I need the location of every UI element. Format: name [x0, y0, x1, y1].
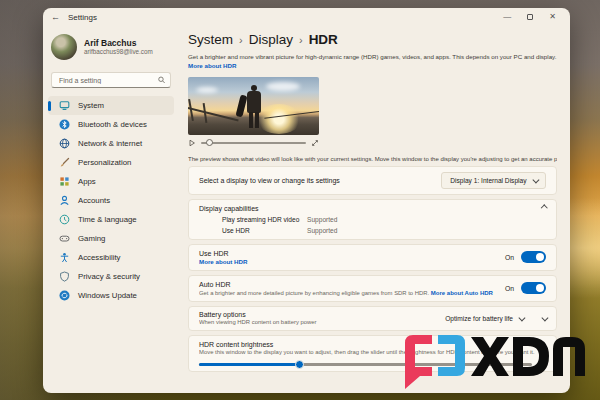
capability-label: Play streaming HDR video — [222, 216, 307, 223]
sidebar: Arif Bacchus arifbacchus98@live.com Syst… — [43, 26, 179, 393]
gamepad-icon — [59, 233, 70, 244]
xda-logo-blue-bracket — [438, 335, 465, 376]
preview-caption: The preview shows what video will look l… — [188, 156, 557, 162]
auto-hdr-state: On — [505, 285, 514, 292]
brush-icon — [59, 157, 70, 168]
user-name: Arif Bacchus — [84, 38, 153, 48]
sidebar-item-label: Bluetooth & devices — [78, 120, 147, 129]
select-display-label: Select a display to view or change its s… — [199, 177, 441, 184]
use-hdr-row: Use HDR More about HDR On — [188, 244, 557, 272]
active-indicator — [48, 101, 51, 111]
display-select-value: Display 1: Internal Display — [450, 177, 526, 184]
accessibility-icon — [59, 252, 70, 263]
video-controls — [188, 137, 319, 150]
play-icon[interactable] — [188, 139, 196, 147]
sidebar-item-windows-update[interactable]: Windows Update — [48, 286, 174, 305]
slider-handle[interactable] — [295, 360, 304, 369]
avatar — [51, 34, 77, 60]
xda-logo: XDA — [401, 331, 593, 393]
sun-glow — [256, 104, 302, 134]
hdr-preview-video[interactable] — [188, 77, 319, 135]
sidebar-item-system[interactable]: System — [48, 96, 174, 115]
breadcrumb-display[interactable]: Display — [249, 32, 293, 47]
bluetooth-icon — [59, 119, 70, 130]
auto-hdr-title: Auto HDR — [199, 281, 505, 288]
close-icon[interactable]: ✕ — [549, 13, 556, 21]
railing — [188, 107, 239, 121]
globe-icon — [59, 138, 70, 149]
search-input[interactable] — [57, 76, 158, 85]
sidebar-item-label: Network & internet — [78, 139, 142, 148]
auto-hdr-toggle[interactable] — [521, 282, 546, 294]
breadcrumb: System › Display › HDR — [188, 32, 557, 47]
page-title: HDR — [309, 32, 338, 47]
sidebar-item-gaming[interactable]: Gaming — [48, 229, 174, 248]
sidebar-item-bluetooth[interactable]: Bluetooth & devices — [48, 115, 174, 134]
maximize-icon[interactable] — [527, 14, 533, 20]
sidebar-item-accessibility[interactable]: Accessibility — [48, 248, 174, 267]
sidebar-nav: System Bluetooth & devices Network & int… — [43, 96, 179, 305]
sidebar-item-label: Accessibility — [78, 253, 120, 262]
apps-grid-icon — [59, 176, 70, 187]
chevron-up-icon[interactable] — [541, 205, 547, 211]
sidebar-item-network[interactable]: Network & internet — [48, 134, 174, 153]
capability-value: Supported — [307, 216, 337, 223]
breadcrumb-separator: › — [239, 34, 243, 46]
auto-hdr-subtitle: Get a brighter and more detailed picture… — [199, 290, 431, 296]
auto-hdr-row: Auto HDR Get a brighter and more detaile… — [188, 275, 557, 302]
select-display-row: Select a display to view or change its s… — [188, 166, 557, 195]
capability-value: Supported — [307, 227, 337, 234]
sidebar-item-apps[interactable]: Apps — [48, 172, 174, 191]
more-about-hdr-link[interactable]: More about HDR — [188, 62, 236, 69]
sidebar-item-personalization[interactable]: Personalization — [48, 153, 174, 172]
capability-row: Use HDR Supported — [199, 227, 546, 234]
sidebar-item-label: Time & language — [78, 215, 137, 224]
back-arrow-icon[interactable]: ← — [51, 12, 60, 22]
display-select-dropdown[interactable]: Display 1: Internal Display — [441, 172, 546, 189]
sidebar-item-label: Gaming — [78, 234, 105, 243]
seek-handle[interactable] — [206, 139, 213, 146]
person-icon — [59, 195, 70, 206]
search-box[interactable] — [51, 72, 171, 88]
window-title: Settings — [68, 13, 97, 22]
capability-row: Play streaming HDR video Supported — [199, 216, 546, 223]
slider-fill — [199, 363, 299, 366]
breadcrumb-separator: › — [299, 34, 303, 46]
display-capabilities-title: Display capabilities — [199, 205, 542, 212]
clock-icon — [59, 214, 70, 225]
sidebar-item-privacy[interactable]: Privacy & security — [48, 267, 174, 286]
update-icon — [59, 290, 70, 301]
chevron-down-icon — [532, 176, 538, 182]
use-hdr-title: Use HDR — [199, 250, 505, 257]
use-hdr-state: On — [505, 254, 514, 261]
fullscreen-icon[interactable] — [311, 139, 319, 147]
capability-label: Use HDR — [222, 227, 307, 234]
snowboarder-silhouette — [245, 85, 263, 129]
intro-text: Get a brighter and more vibrant picture … — [188, 52, 557, 71]
display-capabilities-header[interactable]: Display capabilities — [199, 205, 546, 212]
sidebar-item-accounts[interactable]: Accounts — [48, 191, 174, 210]
breadcrumb-system[interactable]: System — [188, 32, 233, 47]
intro-body: Get a brighter and more vibrant picture … — [188, 53, 556, 60]
xda-logo-letters — [471, 337, 585, 376]
desktop-background: ← Settings — ✕ Arif Bacchus arifbacchus9… — [0, 0, 600, 400]
sidebar-item-label: Windows Update — [78, 291, 137, 300]
user-profile[interactable]: Arif Bacchus arifbacchus98@live.com — [43, 30, 179, 64]
monitor-icon — [59, 100, 70, 111]
more-about-hdr-link[interactable]: More about HDR — [199, 258, 247, 265]
sidebar-item-label: Accounts — [78, 196, 110, 205]
use-hdr-toggle[interactable] — [521, 251, 546, 263]
video-seekbar[interactable] — [201, 142, 306, 144]
minimize-icon[interactable]: — — [503, 13, 511, 21]
chevron-down-icon — [519, 314, 525, 320]
battery-dropdown[interactable]: Optimize for battery life — [437, 311, 531, 326]
more-about-auto-hdr-link[interactable]: More about Auto HDR — [431, 290, 493, 296]
sidebar-item-label: Apps — [78, 177, 96, 186]
search-icon — [158, 76, 165, 84]
sidebar-item-label: Privacy & security — [78, 272, 140, 281]
titlebar: ← Settings — ✕ — [43, 8, 570, 26]
display-capabilities-card: Display capabilities Play streaming HDR … — [188, 199, 557, 240]
xda-logo-red-bracket — [405, 335, 432, 389]
sidebar-item-time-language[interactable]: Time & language — [48, 210, 174, 229]
expander-chevron-icon[interactable] — [541, 314, 547, 320]
